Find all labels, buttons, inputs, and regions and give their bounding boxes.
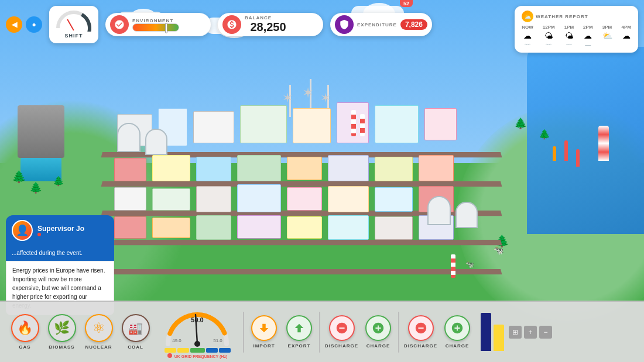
back-button[interactable]: ◀: [6, 16, 22, 33]
coal-button[interactable]: 🏭 COAL: [119, 314, 152, 350]
coal-icon: 🏭: [122, 314, 150, 342]
battery-bar-navy: [481, 313, 491, 351]
nuclear-icon: ⚛: [85, 314, 113, 342]
weather-col-1pm: 1PM 🌤 〰: [564, 25, 574, 48]
charge1-icon: [365, 315, 391, 341]
zoom-in-button[interactable]: +: [524, 326, 537, 339]
svg-text:50.0: 50.0: [191, 316, 203, 323]
building: [287, 157, 322, 180]
building: [375, 216, 413, 240]
expenditure-pill: EXPENDITURE 7,826: [330, 13, 432, 36]
charge1-button[interactable]: CHARGE: [363, 315, 393, 349]
discharge2-label: DISCHARGE: [404, 343, 437, 349]
building: [114, 216, 146, 239]
cooling-tower: [145, 129, 167, 155]
expenditure-value: 7,826: [400, 19, 427, 30]
building: [424, 108, 457, 140]
environment-icon: [110, 15, 129, 34]
freq-bar-1: [165, 348, 176, 353]
freq-label: UK GRID FREQUENCY (Hz): [174, 354, 227, 358]
balance-value: 28,250: [245, 20, 292, 34]
freq-bar-2: [177, 348, 189, 353]
charge2-icon: [444, 315, 470, 341]
chimney: [451, 254, 455, 278]
cooling-tower: [455, 202, 478, 228]
environment-bar: [132, 23, 179, 32]
svg-text:51.0: 51.0: [213, 338, 222, 343]
weather-col-now: NOW ☁ 〰: [522, 25, 533, 48]
weather-col-3pm: 3PM ⛅: [602, 25, 612, 48]
weather-col-4pm: 4PM ☁: [622, 25, 631, 48]
battery-bar-yellow: [494, 325, 504, 351]
freq-label-row: UK GRID FREQUENCY (Hz): [167, 353, 227, 358]
biomass-icon: 🌿: [48, 314, 76, 342]
nuclear-button[interactable]: ⚛ NUCLEAR: [83, 314, 115, 350]
weather-title: ⛅ WEATHER REPORT: [522, 11, 631, 22]
weather-panel: ⛅ WEATHER REPORT NOW ☁ 〰 12PM 🌤 〰 1PM 🌤 …: [515, 6, 638, 53]
cow: 🐄: [494, 246, 503, 255]
building: [328, 215, 369, 240]
lighthouse: [598, 126, 609, 161]
tree: 🌲: [514, 117, 527, 130]
shift-label: SHIFT: [65, 33, 83, 39]
weather-times: NOW ☁ 〰 12PM 🌤 〰 1PM 🌤 〰 2PM ☁ — 3PM ⛅ 4…: [522, 25, 631, 48]
wind-turbine: ✶: [287, 85, 293, 106]
coal-label: COAL: [128, 344, 143, 350]
balance-label: BALANCE: [245, 15, 292, 20]
score-badge: 52: [400, 0, 413, 7]
freq-gauge-display: 50.0 49.0 51.0: [162, 306, 232, 347]
battery-display: [481, 313, 504, 351]
tree: 🌲: [53, 175, 64, 187]
charge2-button[interactable]: CHARGE: [442, 315, 472, 349]
discharge2-button[interactable]: DISCHARGE: [404, 315, 437, 349]
wind-turbine: ✶: [325, 85, 331, 106]
chimney: [360, 114, 365, 136]
sea: [527, 47, 644, 234]
building: [293, 108, 331, 143]
road: [101, 269, 502, 274]
cow: 🐄: [465, 260, 474, 268]
hud-divider-2: [319, 312, 320, 353]
dam: [18, 105, 64, 158]
road: [101, 240, 502, 245]
import-icon: [251, 315, 277, 341]
building: [287, 187, 322, 211]
zoom-out-button[interactable]: −: [539, 326, 552, 339]
building: [237, 184, 281, 212]
cooling-tower: [427, 196, 451, 225]
buoy: [564, 140, 568, 161]
discharge2-icon: [408, 315, 434, 341]
charge1-label: CHARGE: [366, 343, 390, 349]
building: [375, 187, 413, 212]
discharge1-icon: [329, 315, 355, 341]
building: [375, 157, 413, 181]
building: [419, 155, 454, 181]
svg-point-1: [194, 341, 200, 347]
discharge1-button[interactable]: DISCHARGE: [325, 315, 358, 349]
chimney: [351, 110, 356, 136]
small-controls: ⊞ + −: [509, 326, 552, 339]
environment-label: ENVIRONMENT: [132, 18, 179, 23]
building: [237, 215, 281, 239]
balance-icon: [222, 15, 241, 34]
freq-bar-5: [219, 348, 231, 353]
weather-col-12pm: 12PM 🌤 〰: [543, 25, 555, 48]
tree: 🌲: [29, 181, 42, 194]
gas-button[interactable]: 🔥 GAS: [9, 314, 41, 350]
export-button[interactable]: EXPORT: [284, 315, 314, 349]
biomass-button[interactable]: 🌿 BIOMASS: [46, 314, 78, 350]
weather-icon: ⛅: [522, 11, 533, 22]
grid-button[interactable]: ⊞: [509, 326, 522, 339]
building: [328, 155, 369, 181]
cooling-tower: [117, 123, 141, 152]
export-label: EXPORT: [288, 343, 311, 349]
building: [114, 158, 146, 181]
supervisor-status-dot: [37, 233, 41, 236]
supervisor-header: 👤 Supervisor Jo: [6, 215, 114, 246]
expenditure-icon: [335, 15, 354, 34]
import-button[interactable]: IMPORT: [249, 315, 279, 349]
menu-button[interactable]: ●: [26, 16, 42, 33]
import-label: IMPORT: [253, 343, 275, 349]
building: [196, 215, 231, 240]
biomass-label: BIOMASS: [49, 344, 74, 350]
